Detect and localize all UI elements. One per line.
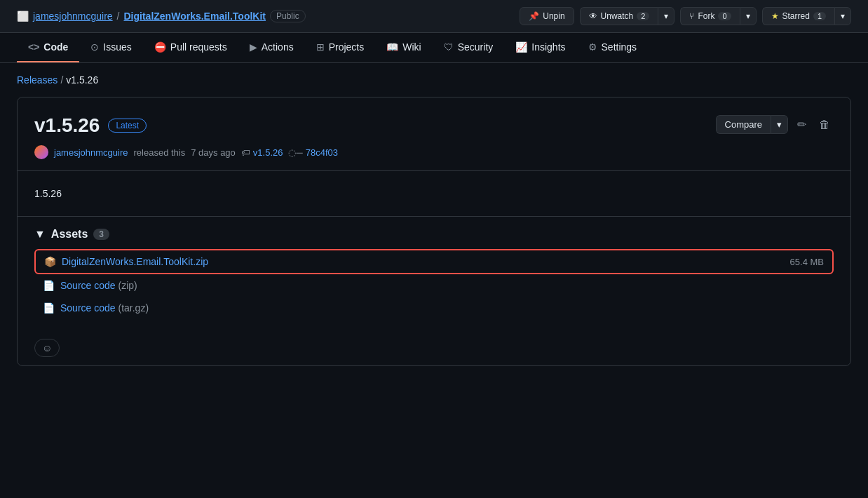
- latest-badge: Latest: [108, 119, 147, 133]
- top-header: ⬜ jamesjohnmcguire / DigitalZenWorks.Ema…: [0, 0, 868, 33]
- tab-wiki-label: Wiki: [402, 41, 421, 53]
- breadcrumb-current: v1.5.26: [66, 74, 98, 86]
- emoji-icon: ☺: [42, 342, 52, 354]
- issues-icon: ⊙: [90, 41, 99, 53]
- release-body-text: 1.5.26: [34, 188, 62, 199]
- unwatch-icon: 👁: [589, 11, 597, 21]
- assets-label: Assets: [51, 228, 88, 241]
- tab-pull-requests[interactable]: ⛔ Pull requests: [143, 33, 238, 62]
- author-link[interactable]: jamesjohnmcguire: [54, 147, 128, 158]
- compare-label: Compare: [725, 119, 762, 130]
- unpin-button[interactable]: 📌 Unpin: [520, 7, 574, 25]
- asset-left-zip: 📦 DigitalZenWorks.Email.ToolKit.zip: [44, 256, 208, 267]
- projects-icon: ⊞: [316, 41, 325, 53]
- asset-size-zip: 65.4 MB: [790, 257, 824, 267]
- release-meta: jamesjohnmcguire released this 7 days ag…: [34, 145, 338, 159]
- unpin-label: Unpin: [543, 11, 564, 21]
- repo-owner[interactable]: jamesjohnmcguire: [33, 11, 113, 22]
- fork-icon: ⑂: [689, 11, 694, 21]
- commit-ref: ◌─ 78c4f03: [288, 147, 337, 158]
- tab-actions-label: Actions: [262, 41, 294, 53]
- delete-button[interactable]: 🗑: [815, 115, 834, 135]
- commit-link[interactable]: 78c4f03: [306, 147, 338, 158]
- tab-code[interactable]: <> Code: [17, 33, 79, 62]
- unwatch-dropdown[interactable]: ▾: [658, 7, 674, 25]
- emoji-reaction-button[interactable]: ☺: [34, 339, 60, 357]
- tab-issues[interactable]: ⊙ Issues: [79, 33, 142, 62]
- time-ago: 7 days ago: [191, 147, 236, 158]
- release-body: 1.5.26: [18, 171, 850, 217]
- tab-code-label: Code: [43, 41, 68, 53]
- star-icon: ★: [771, 11, 779, 21]
- insights-icon: 📈: [515, 41, 527, 53]
- unpin-group: 📌 Unpin: [520, 7, 574, 25]
- emoji-row: ☺: [18, 330, 850, 365]
- fork-button[interactable]: ⑂ Fork 0: [680, 7, 739, 25]
- unwatch-count: 2: [637, 12, 649, 20]
- unwatch-label: Unwatch: [601, 11, 634, 21]
- compare-button[interactable]: Compare: [716, 115, 771, 134]
- edit-button[interactable]: ✏: [794, 114, 810, 135]
- commit-icon: ◌─: [288, 147, 302, 158]
- tab-projects-label: Projects: [329, 41, 365, 53]
- title-separator: /: [117, 11, 120, 22]
- security-icon: 🛡: [444, 41, 454, 53]
- assets-triangle: ▼: [34, 228, 46, 241]
- asset-icon-source-zip: 📄: [43, 280, 55, 291]
- tab-insights-label: Insights: [531, 41, 565, 53]
- release-card: v1.5.26 Latest jamesjohnmcguire released…: [17, 97, 851, 366]
- breadcrumb: Releases / v1.5.26: [0, 63, 868, 97]
- pr-icon: ⛔: [154, 41, 166, 53]
- fork-dropdown[interactable]: ▾: [740, 7, 757, 25]
- repo-title: ⬜ jamesjohnmcguire / DigitalZenWorks.Ema…: [17, 10, 306, 22]
- fork-group: ⑂ Fork 0 ▾: [680, 7, 756, 25]
- tab-actions[interactable]: ▶ Actions: [238, 33, 305, 62]
- tab-security[interactable]: 🛡 Security: [433, 33, 505, 62]
- release-title-row: v1.5.26 Latest: [34, 114, 338, 137]
- repo-name[interactable]: DigitalZenWorks.Email.ToolKit: [124, 11, 266, 22]
- release-header: v1.5.26 Latest jamesjohnmcguire released…: [18, 97, 850, 171]
- starred-count: 1: [813, 12, 826, 20]
- release-version: v1.5.26: [34, 114, 100, 137]
- release-actions: Compare ▾ ✏ 🗑: [716, 114, 834, 135]
- assets-header[interactable]: ▼ Assets 3: [34, 228, 834, 241]
- asset-icon-source-targz: 📄: [43, 302, 55, 314]
- tag-link[interactable]: v1.5.26: [253, 147, 283, 158]
- public-badge: Public: [270, 10, 306, 22]
- tag-ref: 🏷 v1.5.26: [241, 147, 283, 158]
- release-info: v1.5.26 Latest jamesjohnmcguire released…: [34, 114, 338, 159]
- tag-icon: 🏷: [241, 147, 250, 158]
- tab-wiki[interactable]: 📖 Wiki: [375, 33, 432, 62]
- starred-label: Starred: [782, 11, 810, 21]
- unwatch-button[interactable]: 👁 Unwatch 2: [580, 7, 658, 25]
- tab-settings[interactable]: ⚙ Settings: [577, 33, 649, 62]
- compare-group: Compare ▾: [716, 115, 788, 134]
- tab-issues-label: Issues: [103, 41, 131, 53]
- tab-pr-label: Pull requests: [170, 41, 227, 53]
- repo-icon: ⬜: [17, 11, 29, 22]
- header-actions: 📌 Unpin 👁 Unwatch 2 ▾ ⑂ Fork 0 ▾ ★: [520, 7, 851, 25]
- asset-item-source-zip[interactable]: 📄 Source code (zip): [34, 274, 834, 297]
- asset-icon-zip: 📦: [44, 256, 56, 267]
- asset-left-source-zip: 📄 Source code (zip): [43, 280, 137, 291]
- fork-label: Fork: [698, 11, 714, 21]
- tab-settings-label: Settings: [602, 41, 637, 53]
- code-icon: <>: [28, 41, 39, 53]
- actions-icon: ▶: [250, 41, 257, 53]
- star-dropdown[interactable]: ▾: [834, 7, 851, 25]
- assets-section: ▼ Assets 3 📦 DigitalZenWorks.Email.ToolK…: [18, 217, 850, 330]
- star-button[interactable]: ★ Starred 1: [762, 7, 834, 25]
- asset-name-zip[interactable]: DigitalZenWorks.Email.ToolKit.zip: [62, 256, 208, 267]
- tab-projects[interactable]: ⊞ Projects: [305, 33, 376, 62]
- compare-dropdown[interactable]: ▾: [771, 115, 788, 134]
- asset-name-source-zip[interactable]: Source code (zip): [60, 280, 137, 291]
- settings-icon: ⚙: [588, 41, 597, 53]
- asset-item-source-targz[interactable]: 📄 Source code (tar.gz): [34, 297, 834, 319]
- assets-count: 3: [93, 229, 109, 240]
- tab-insights[interactable]: 📈 Insights: [504, 33, 576, 62]
- wiki-icon: 📖: [386, 41, 398, 53]
- breadcrumb-releases[interactable]: Releases: [17, 74, 57, 86]
- asset-left-source-targz: 📄 Source code (tar.gz): [43, 302, 149, 314]
- asset-name-source-targz[interactable]: Source code (tar.gz): [60, 302, 149, 314]
- asset-item-zip[interactable]: 📦 DigitalZenWorks.Email.ToolKit.zip 65.4…: [34, 249, 834, 274]
